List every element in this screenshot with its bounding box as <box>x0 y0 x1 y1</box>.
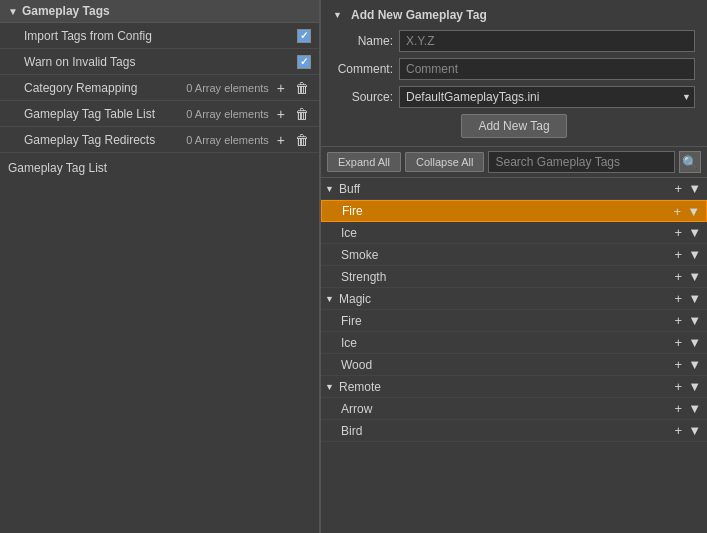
smoke-add-btn[interactable]: + <box>673 248 685 261</box>
warn-invalid-tags-checkbox[interactable] <box>297 55 311 69</box>
category-remapping-value: 0 Array elements + 🗑 <box>186 81 311 95</box>
tree-item-magic-ice[interactable]: Ice + ▼ <box>321 332 707 354</box>
section-collapse-icon[interactable]: ▼ <box>8 6 18 17</box>
wood-actions: + ▼ <box>673 358 703 371</box>
tree-item-wood[interactable]: Wood + ▼ <box>321 354 707 376</box>
section-title: Gameplay Tags <box>22 4 110 18</box>
strength-add-btn[interactable]: + <box>673 270 685 283</box>
warn-invalid-tags-label: Warn on Invalid Tags <box>24 55 297 69</box>
warn-invalid-tags-row: Warn on Invalid Tags <box>0 49 319 75</box>
gameplay-tag-redirects-delete-btn[interactable]: 🗑 <box>293 133 311 147</box>
magic-ice-label: Ice <box>341 336 673 350</box>
magic-expand-btn[interactable]: ▼ <box>686 292 703 305</box>
buff-actions: + ▼ <box>673 182 703 195</box>
smoke-expand-btn[interactable]: ▼ <box>686 248 703 261</box>
tree-item-magic-fire[interactable]: Fire + ▼ <box>321 310 707 332</box>
gameplay-tag-table-label: Gameplay Tag Table List <box>24 107 186 121</box>
smoke-label: Smoke <box>341 248 673 262</box>
section-header: ▼ Gameplay Tags <box>0 0 319 23</box>
tree-item-bird[interactable]: Bird + ▼ <box>321 420 707 442</box>
buff-expand-btn[interactable]: ▼ <box>686 182 703 195</box>
tree-item-remote[interactable]: ▼ Remote + ▼ <box>321 376 707 398</box>
tree-item-ice[interactable]: Ice + ▼ <box>321 222 707 244</box>
magic-fire-add-btn[interactable]: + <box>673 314 685 327</box>
fire-actions: + ▼ <box>672 205 702 218</box>
magic-ice-expand-btn[interactable]: ▼ <box>686 336 703 349</box>
tree-item-fire[interactable]: Fire + ▼ <box>321 200 707 222</box>
category-remapping-add-btn[interactable]: + <box>275 81 287 95</box>
gameplay-tag-table-delete-btn[interactable]: 🗑 <box>293 107 311 121</box>
comment-row: Comment: <box>333 58 695 80</box>
import-tags-value <box>297 29 311 43</box>
wood-add-btn[interactable]: + <box>673 358 685 371</box>
remote-toggle-icon: ▼ <box>325 382 337 392</box>
ice-actions: + ▼ <box>673 226 703 239</box>
tree-item-smoke[interactable]: Smoke + ▼ <box>321 244 707 266</box>
arrow-add-btn[interactable]: + <box>673 402 685 415</box>
strength-expand-btn[interactable]: ▼ <box>686 270 703 283</box>
ice-label: Ice <box>341 226 673 240</box>
tree-item-strength[interactable]: Strength + ▼ <box>321 266 707 288</box>
magic-fire-expand-btn[interactable]: ▼ <box>686 314 703 327</box>
tag-tree-toolbar: Expand All Collapse All 🔍 <box>321 147 707 178</box>
fire-label: Fire <box>342 204 672 218</box>
source-row: Source: DefaultGameplayTags.ini <box>333 86 695 108</box>
bird-add-btn[interactable]: + <box>673 424 685 437</box>
add-new-tag-button[interactable]: Add New Tag <box>461 114 566 138</box>
left-panel: ▼ Gameplay Tags Import Tags from Config … <box>0 0 320 533</box>
add-tag-header: ▼ Add New Gameplay Tag <box>333 8 695 22</box>
arrow-expand-btn[interactable]: ▼ <box>686 402 703 415</box>
ice-add-btn[interactable]: + <box>673 226 685 239</box>
comment-label: Comment: <box>333 62 393 76</box>
warn-invalid-tags-value <box>297 55 311 69</box>
search-icon-button[interactable]: 🔍 <box>679 151 701 173</box>
remote-add-btn[interactable]: + <box>673 380 685 393</box>
gameplay-tag-list-label: Gameplay Tag List <box>0 153 319 183</box>
add-tag-collapse-icon[interactable]: ▼ <box>333 10 345 20</box>
magic-fire-label: Fire <box>341 314 673 328</box>
collapse-all-button[interactable]: Collapse All <box>405 152 484 172</box>
tree-item-buff[interactable]: ▼ Buff + ▼ <box>321 178 707 200</box>
name-input[interactable] <box>399 30 695 52</box>
buff-add-btn[interactable]: + <box>673 182 685 195</box>
tree-item-magic[interactable]: ▼ Magic + ▼ <box>321 288 707 310</box>
arrow-label: Arrow <box>341 402 673 416</box>
gameplay-tag-table-row: Gameplay Tag Table List 0 Array elements… <box>0 101 319 127</box>
magic-actions: + ▼ <box>673 292 703 305</box>
bird-expand-btn[interactable]: ▼ <box>686 424 703 437</box>
strength-label: Strength <box>341 270 673 284</box>
import-tags-label: Import Tags from Config <box>24 29 297 43</box>
buff-toggle-icon: ▼ <box>325 184 337 194</box>
search-input[interactable] <box>488 151 675 173</box>
remote-label: Remote <box>339 380 673 394</box>
magic-ice-add-btn[interactable]: + <box>673 336 685 349</box>
magic-label: Magic <box>339 292 673 306</box>
comment-input[interactable] <box>399 58 695 80</box>
name-row: Name: <box>333 30 695 52</box>
expand-all-button[interactable]: Expand All <box>327 152 401 172</box>
right-panel: ▼ Add New Gameplay Tag Name: Comment: So… <box>321 0 707 533</box>
magic-add-btn[interactable]: + <box>673 292 685 305</box>
category-remapping-count: 0 Array elements <box>186 82 269 94</box>
import-tags-row: Import Tags from Config <box>0 23 319 49</box>
wood-expand-btn[interactable]: ▼ <box>686 358 703 371</box>
ice-expand-btn[interactable]: ▼ <box>686 226 703 239</box>
import-tags-checkbox[interactable] <box>297 29 311 43</box>
buff-label: Buff <box>339 182 673 196</box>
category-remapping-delete-btn[interactable]: 🗑 <box>293 81 311 95</box>
tree-item-arrow[interactable]: Arrow + ▼ <box>321 398 707 420</box>
remote-expand-btn[interactable]: ▼ <box>686 380 703 393</box>
arrow-actions: + ▼ <box>673 402 703 415</box>
gameplay-tag-redirects-add-btn[interactable]: + <box>275 133 287 147</box>
gameplay-tag-table-add-btn[interactable]: + <box>275 107 287 121</box>
fire-expand-btn[interactable]: ▼ <box>685 205 702 218</box>
magic-toggle-icon: ▼ <box>325 294 337 304</box>
source-label: Source: <box>333 90 393 104</box>
add-tag-title: Add New Gameplay Tag <box>351 8 487 22</box>
gameplay-tag-table-value: 0 Array elements + 🗑 <box>186 107 311 121</box>
fire-add-btn[interactable]: + <box>672 205 684 218</box>
source-select[interactable]: DefaultGameplayTags.ini <box>399 86 695 108</box>
gameplay-tag-redirects-row: Gameplay Tag Redirects 0 Array elements … <box>0 127 319 153</box>
bird-label: Bird <box>341 424 673 438</box>
magic-fire-actions: + ▼ <box>673 314 703 327</box>
